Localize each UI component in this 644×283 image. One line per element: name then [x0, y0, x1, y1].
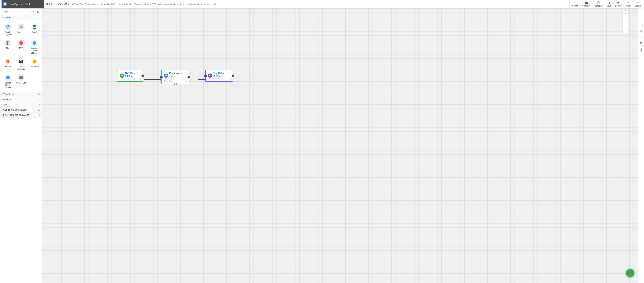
rt-undo-icon[interactable]: [638, 41, 644, 46]
view-toggle: ≡ ⊞ «: [32, 10, 42, 14]
node-sink[interactable]: Top Rated Inex... 0.11.3 ≡: [205, 70, 233, 82]
plugin-bigquery[interactable]: BQ Google BigQuery: [2, 22, 14, 37]
svg-rect-2: [4, 5, 5, 5]
plugin-kafka[interactable]: Kafka Consumer: [15, 57, 27, 72]
analytics-chevron: ▸: [2, 99, 2, 101]
conditions-section-title: Conditions and Actions: [3, 109, 38, 111]
sink-chevron: ▸: [2, 104, 2, 106]
node-source-title: NYT Best Selle...: [125, 72, 140, 77]
kafka-icon: [18, 58, 24, 65]
node-source-output-port[interactable]: [142, 75, 144, 77]
zoom-out-button[interactable]: −: [623, 16, 628, 22]
pipeline-info: DataFusionQuickStart A Cloud Data Fusion…: [44, 3, 569, 6]
node-sink-input-port[interactable]: [204, 75, 207, 77]
hbase-icon: HBase: [4, 58, 11, 65]
plugin-s3[interactable]: S3 Amazon S3: [28, 57, 40, 72]
top-bar: Data Pipeline - Batch ▼ DataFusionQuickS…: [0, 0, 644, 9]
node-sink-version: 0.11.3: [214, 77, 230, 80]
section-header-conditions[interactable]: ▸ Conditions and Actions 11: [0, 107, 42, 113]
cdf-icon: [3, 2, 7, 6]
rt-expand-icon[interactable]: [638, 22, 644, 28]
conditions-count: 11: [38, 109, 40, 111]
node-transform-version: 3.2.3: [169, 77, 186, 80]
svg-rect-41: [165, 75, 167, 76]
node-transform-error-port[interactable]: [174, 83, 177, 85]
add-pipeline-fab[interactable]: +: [626, 269, 634, 277]
rt-zoom-out[interactable]: −: [638, 16, 644, 22]
import-button[interactable]: Import: [624, 0, 633, 9]
filter-input[interactable]: [2, 10, 31, 14]
svg-text:GCS: GCS: [33, 43, 36, 44]
pipeline-type-dropdown-arrow: ▼: [40, 3, 42, 5]
section-header-source[interactable]: ▾ Source 11: [0, 15, 42, 20]
plugin-hbase[interactable]: HBase HBase: [2, 57, 14, 72]
plugin-spanner[interactable]: Spanner Google Cloud Spanner: [2, 73, 14, 90]
svg-text:S3: S3: [34, 61, 35, 63]
pipeline-name: DataFusionQuickStart: [46, 3, 70, 6]
schedule-button[interactable]: Schedule: [592, 0, 605, 9]
plugin-gcs[interactable]: GCS Google Cloud Storage: [28, 38, 40, 56]
section-header-error[interactable]: ▸ Error Handlers and Alerts 3: [0, 113, 42, 118]
pipeline-type-selector[interactable]: Data Pipeline - Batch ▼: [2, 0, 44, 9]
zoom-in-button[interactable]: +: [623, 11, 628, 16]
plugin-ftp[interactable]: FTP FTP: [15, 38, 27, 56]
svg-rect-16: [6, 41, 8, 45]
rt-redo-icon[interactable]: [638, 47, 644, 52]
plugin-spanner-label: Google Cloud Spanner: [2, 82, 13, 89]
node-transform-output-port[interactable]: [188, 76, 190, 79]
section-header-sink[interactable]: ▸ Sink 10: [0, 102, 42, 107]
node-transform-labels: Alert Error: [164, 80, 186, 82]
analytics-count: 5: [39, 98, 40, 101]
plugin-excel[interactable]: XLS Excel: [28, 22, 40, 37]
plugin-ftp-label: FTP: [19, 47, 23, 50]
plugin-xml[interactable]: XML XML Reader: [15, 73, 27, 90]
node-transform[interactable]: Parsing and Tr... 3.2.3 Alert Error ≡: [161, 70, 189, 84]
section-header-transform[interactable]: ▸ Transform 26: [0, 92, 42, 97]
pipeline-canvas[interactable]: NYT Best Selle... 0.11.3 ≡ Parsing and T…: [42, 9, 638, 283]
export-button[interactable]: Export: [633, 0, 642, 9]
save-button[interactable]: Save: [605, 0, 613, 9]
rt-zoom-in[interactable]: +: [638, 10, 644, 15]
zoom-node-button[interactable]: ⬚: [623, 27, 628, 33]
plugin-excel-label: Excel: [32, 31, 36, 34]
node-transform-alert-port[interactable]: [168, 83, 170, 85]
spanner-icon: Spanner: [4, 74, 11, 81]
node-transform-menu[interactable]: ≡: [186, 80, 188, 83]
rt-connect-icon[interactable]: [638, 29, 644, 34]
s3-icon: S3: [31, 58, 38, 65]
configure-button[interactable]: Configure: [580, 0, 592, 9]
node-transform-title: Parsing and Tr...: [169, 72, 186, 77]
section-header-analytics[interactable]: ▸ Analytics 5: [0, 97, 42, 102]
xml-icon: XML: [18, 74, 24, 81]
preview-button[interactable]: Preview: [569, 0, 580, 9]
conditions-chevron: ▸: [2, 109, 2, 111]
svg-text:FTP: FTP: [20, 43, 23, 44]
node-sink-output-port[interactable]: [232, 75, 234, 77]
list-view-button[interactable]: ≡: [32, 10, 36, 14]
svg-text:XLS: XLS: [32, 26, 36, 28]
zoom-fit-button[interactable]: ⛶: [623, 22, 628, 27]
node-source-menu[interactable]: ≡: [140, 78, 142, 80]
fab-icon: +: [629, 270, 632, 276]
node-source-header: NYT Best Selle... 0.11.3: [120, 72, 140, 80]
node-source-version: 0.11.3: [125, 77, 140, 80]
grid-view-button[interactable]: ⊞: [36, 10, 40, 14]
rt-comment-icon[interactable]: [638, 35, 644, 40]
collapse-sidebar-button[interactable]: «: [41, 10, 42, 14]
deploy-button[interactable]: Deploy: [613, 0, 623, 9]
plugin-file[interactable]: File: [2, 38, 14, 56]
node-sink-menu[interactable]: ≡: [230, 78, 232, 80]
transform-section-title: Transform: [3, 93, 38, 96]
svg-rect-11: [20, 26, 23, 26]
node-transform-input-port[interactable]: [160, 76, 163, 79]
node-sink-icon: [208, 74, 212, 78]
sidebar-content: ▾ Source 11 BQ Google BigQuery Datab: [0, 15, 42, 283]
plugin-database[interactable]: Database: [15, 22, 27, 37]
svg-text:BQ: BQ: [6, 26, 9, 28]
plugin-s3-label: Amazon S3: [29, 66, 39, 68]
svg-text:HBase: HBase: [6, 61, 10, 62]
node-source-icon: [120, 74, 124, 78]
svg-line-46: [641, 31, 642, 32]
node-source[interactable]: NYT Best Selle... 0.11.3 ≡: [117, 70, 143, 82]
error-label: Error: [169, 80, 173, 82]
